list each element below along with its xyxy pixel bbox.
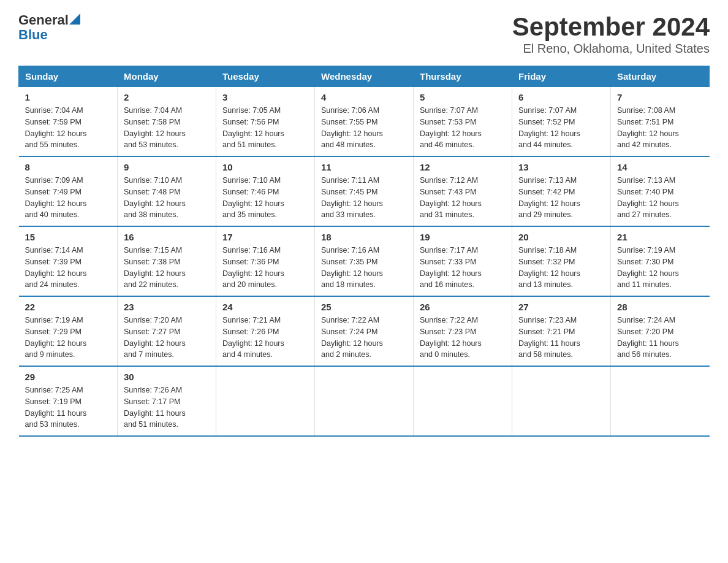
day-info: Sunrise: 7:07 AMSunset: 7:53 PMDaylight:… bbox=[420, 105, 506, 151]
week-row-3: 15 Sunrise: 7:14 AMSunset: 7:39 PMDaylig… bbox=[19, 226, 710, 296]
day-info: Sunrise: 7:23 AMSunset: 7:21 PMDaylight:… bbox=[518, 315, 604, 361]
day-info: Sunrise: 7:21 AMSunset: 7:26 PMDaylight:… bbox=[222, 315, 308, 361]
week-row-1: 1 Sunrise: 7:04 AMSunset: 7:59 PMDayligh… bbox=[19, 87, 710, 157]
header-thursday: Thursday bbox=[414, 66, 512, 87]
day-number: 20 bbox=[518, 232, 604, 242]
day-number: 21 bbox=[617, 232, 703, 242]
logo: General Blue bbox=[18, 12, 81, 46]
week-row-5: 29 Sunrise: 7:25 AMSunset: 7:19 PMDaylig… bbox=[19, 366, 710, 436]
calendar-cell-w4-d5: 26 Sunrise: 7:22 AMSunset: 7:23 PMDaylig… bbox=[414, 296, 512, 366]
day-number: 15 bbox=[25, 232, 112, 242]
calendar-header: Sunday Monday Tuesday Wednesday Thursday… bbox=[19, 66, 710, 87]
day-info: Sunrise: 7:12 AMSunset: 7:43 PMDaylight:… bbox=[420, 175, 506, 221]
day-info: Sunrise: 7:25 AMSunset: 7:19 PMDaylight:… bbox=[25, 385, 112, 431]
calendar-cell-w5-d1: 29 Sunrise: 7:25 AMSunset: 7:19 PMDaylig… bbox=[19, 366, 118, 436]
day-info: Sunrise: 7:18 AMSunset: 7:32 PMDaylight:… bbox=[518, 245, 604, 291]
day-info: Sunrise: 7:24 AMSunset: 7:20 PMDaylight:… bbox=[617, 315, 703, 361]
day-info: Sunrise: 7:04 AMSunset: 7:58 PMDaylight:… bbox=[124, 105, 210, 151]
calendar-month-year: September 2024 bbox=[512, 12, 710, 42]
calendar-cell-w2-d4: 11 Sunrise: 7:11 AMSunset: 7:45 PMDaylig… bbox=[315, 156, 414, 226]
calendar-cell-w3-d5: 19 Sunrise: 7:17 AMSunset: 7:33 PMDaylig… bbox=[414, 226, 512, 296]
day-number: 10 bbox=[222, 162, 308, 172]
header-wednesday: Wednesday bbox=[315, 66, 414, 87]
day-number: 9 bbox=[124, 162, 210, 172]
calendar-table: Sunday Monday Tuesday Wednesday Thursday… bbox=[18, 66, 710, 437]
calendar-cell-w2-d3: 10 Sunrise: 7:10 AMSunset: 7:46 PMDaylig… bbox=[216, 156, 315, 226]
day-number: 3 bbox=[222, 92, 308, 102]
page-header: General Blue September 2024 El Reno, Okl… bbox=[18, 12, 710, 56]
day-number: 29 bbox=[25, 372, 112, 382]
day-info: Sunrise: 7:16 AMSunset: 7:36 PMDaylight:… bbox=[222, 245, 308, 291]
day-number: 16 bbox=[124, 232, 210, 242]
calendar-cell-w2-d7: 14 Sunrise: 7:13 AMSunset: 7:40 PMDaylig… bbox=[611, 156, 710, 226]
calendar-title-area: September 2024 El Reno, Oklahoma, United… bbox=[512, 12, 710, 56]
logo-blue-label: Blue bbox=[18, 27, 48, 42]
calendar-cell-w5-d2: 30 Sunrise: 7:26 AMSunset: 7:17 PMDaylig… bbox=[118, 366, 216, 436]
calendar-cell-w5-d7 bbox=[611, 366, 710, 436]
day-info: Sunrise: 7:17 AMSunset: 7:33 PMDaylight:… bbox=[420, 245, 506, 291]
calendar-cell-w3-d4: 18 Sunrise: 7:16 AMSunset: 7:35 PMDaylig… bbox=[315, 226, 414, 296]
day-info: Sunrise: 7:15 AMSunset: 7:38 PMDaylight:… bbox=[124, 245, 210, 291]
calendar-cell-w5-d3 bbox=[216, 366, 315, 436]
day-info: Sunrise: 7:04 AMSunset: 7:59 PMDaylight:… bbox=[25, 105, 112, 151]
calendar-cell-w3-d3: 17 Sunrise: 7:16 AMSunset: 7:36 PMDaylig… bbox=[216, 226, 315, 296]
calendar-cell-w4-d4: 25 Sunrise: 7:22 AMSunset: 7:24 PMDaylig… bbox=[315, 296, 414, 366]
day-info: Sunrise: 7:22 AMSunset: 7:24 PMDaylight:… bbox=[321, 315, 407, 361]
calendar-cell-w3-d7: 21 Sunrise: 7:19 AMSunset: 7:30 PMDaylig… bbox=[611, 226, 710, 296]
week-row-4: 22 Sunrise: 7:19 AMSunset: 7:29 PMDaylig… bbox=[19, 296, 710, 366]
header-friday: Friday bbox=[512, 66, 611, 87]
day-number: 12 bbox=[420, 162, 506, 172]
calendar-cell-w5-d5 bbox=[414, 366, 512, 436]
day-number: 14 bbox=[617, 162, 703, 172]
calendar-cell-w3-d6: 20 Sunrise: 7:18 AMSunset: 7:32 PMDaylig… bbox=[512, 226, 611, 296]
calendar-cell-w3-d1: 15 Sunrise: 7:14 AMSunset: 7:39 PMDaylig… bbox=[19, 226, 118, 296]
logo-arrow-icon bbox=[69, 12, 80, 28]
day-number: 18 bbox=[321, 232, 407, 242]
calendar-cell-w4-d2: 23 Sunrise: 7:20 AMSunset: 7:27 PMDaylig… bbox=[118, 296, 216, 366]
calendar-cell-w2-d6: 13 Sunrise: 7:13 AMSunset: 7:42 PMDaylig… bbox=[512, 156, 611, 226]
day-number: 2 bbox=[124, 92, 210, 102]
day-info: Sunrise: 7:05 AMSunset: 7:56 PMDaylight:… bbox=[222, 105, 308, 151]
day-number: 19 bbox=[420, 232, 506, 242]
day-number: 26 bbox=[420, 302, 506, 312]
day-info: Sunrise: 7:06 AMSunset: 7:55 PMDaylight:… bbox=[321, 105, 407, 151]
day-number: 7 bbox=[617, 92, 703, 102]
calendar-cell-w4-d3: 24 Sunrise: 7:21 AMSunset: 7:26 PMDaylig… bbox=[216, 296, 315, 366]
day-info: Sunrise: 7:09 AMSunset: 7:49 PMDaylight:… bbox=[25, 175, 112, 221]
calendar-cell-w1-d5: 5 Sunrise: 7:07 AMSunset: 7:53 PMDayligh… bbox=[414, 87, 512, 157]
day-number: 1 bbox=[25, 92, 112, 102]
day-number: 28 bbox=[617, 302, 703, 312]
day-number: 6 bbox=[518, 92, 604, 102]
calendar-cell-w1-d1: 1 Sunrise: 7:04 AMSunset: 7:59 PMDayligh… bbox=[19, 87, 118, 157]
day-info: Sunrise: 7:10 AMSunset: 7:48 PMDaylight:… bbox=[124, 175, 210, 221]
day-info: Sunrise: 7:22 AMSunset: 7:23 PMDaylight:… bbox=[420, 315, 506, 361]
week-row-2: 8 Sunrise: 7:09 AMSunset: 7:49 PMDayligh… bbox=[19, 156, 710, 226]
header-saturday: Saturday bbox=[611, 66, 710, 87]
calendar-cell-w1-d7: 7 Sunrise: 7:08 AMSunset: 7:51 PMDayligh… bbox=[611, 87, 710, 157]
day-number: 22 bbox=[25, 302, 112, 312]
day-info: Sunrise: 7:13 AMSunset: 7:40 PMDaylight:… bbox=[617, 175, 703, 221]
day-number: 8 bbox=[25, 162, 112, 172]
day-number: 25 bbox=[321, 302, 407, 312]
calendar-cell-w4-d1: 22 Sunrise: 7:19 AMSunset: 7:29 PMDaylig… bbox=[19, 296, 118, 366]
calendar-cell-w5-d4 bbox=[315, 366, 414, 436]
calendar-cell-w4-d7: 28 Sunrise: 7:24 AMSunset: 7:20 PMDaylig… bbox=[611, 296, 710, 366]
day-number: 5 bbox=[420, 92, 506, 102]
day-info: Sunrise: 7:13 AMSunset: 7:42 PMDaylight:… bbox=[518, 175, 604, 221]
day-number: 23 bbox=[124, 302, 210, 312]
calendar-cell-w2-d1: 8 Sunrise: 7:09 AMSunset: 7:49 PMDayligh… bbox=[19, 156, 118, 226]
day-info: Sunrise: 7:08 AMSunset: 7:51 PMDaylight:… bbox=[617, 105, 703, 151]
header-sunday: Sunday bbox=[19, 66, 118, 87]
calendar-body: 1 Sunrise: 7:04 AMSunset: 7:59 PMDayligh… bbox=[19, 87, 710, 437]
day-number: 4 bbox=[321, 92, 407, 102]
day-number: 30 bbox=[124, 372, 210, 382]
calendar-cell-w1-d6: 6 Sunrise: 7:07 AMSunset: 7:52 PMDayligh… bbox=[512, 87, 611, 157]
logo-text-general: General bbox=[18, 12, 69, 28]
day-number: 24 bbox=[222, 302, 308, 312]
day-info: Sunrise: 7:16 AMSunset: 7:35 PMDaylight:… bbox=[321, 245, 407, 291]
day-info: Sunrise: 7:14 AMSunset: 7:39 PMDaylight:… bbox=[25, 245, 112, 291]
day-number: 17 bbox=[222, 232, 308, 242]
calendar-cell-w1-d2: 2 Sunrise: 7:04 AMSunset: 7:58 PMDayligh… bbox=[118, 87, 216, 157]
day-info: Sunrise: 7:20 AMSunset: 7:27 PMDaylight:… bbox=[124, 315, 210, 361]
calendar-location: El Reno, Oklahoma, United States bbox=[512, 42, 710, 56]
